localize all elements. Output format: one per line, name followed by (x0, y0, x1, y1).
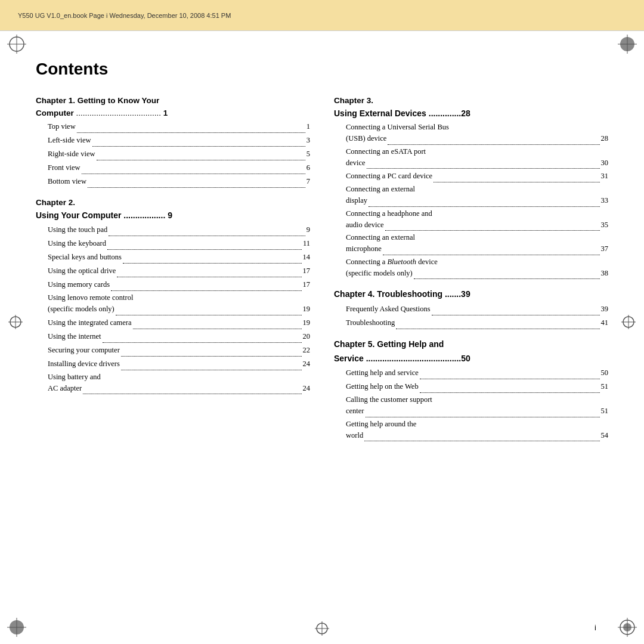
ch5-entry-customersupport: Calling the customer support center 51 (334, 394, 608, 419)
ch3-entry-pccard: Connecting a PC card device 31 (334, 170, 608, 184)
toc-container: Chapter 1. Getting to Know Your Computer… (36, 95, 608, 451)
ch2-entry-specialkeys: Special keys and buttons 14 (36, 251, 310, 265)
page-title: Contents (36, 60, 608, 79)
ch4-entry-troubleshooting: Troubleshooting 41 (334, 317, 608, 330)
side-mark-right (620, 314, 637, 330)
page-number: i (595, 623, 596, 632)
ch2-entry-touchpad: Using the touch pad 9 (36, 224, 310, 237)
ch2-entry-memorycards: Using memory cards 17 (36, 278, 310, 292)
corner-mark-bl (6, 617, 27, 638)
page: Y550 UG V1.0_en.book Page i Wednesday, D… (0, 0, 644, 644)
content-area: Contents Chapter 1. Getting to Know Your… (36, 60, 608, 608)
chapter3-group: Chapter 3. Using External Devices ......… (334, 95, 608, 280)
chapter5-heading1: Chapter 5. Getting Help and (334, 339, 608, 351)
chapter2-heading2: Using Your Computer .................. 9 (36, 210, 310, 222)
side-mark-left (7, 314, 24, 330)
ch2-entry-keyboard: Using the keyboard 11 (36, 237, 310, 251)
header-bar: Y550 UG V1.0_en.book Page i Wednesday, D… (0, 0, 644, 31)
ch5-entry-helparound: Getting help around the world 54 (334, 419, 608, 443)
ch1-entry-rightview: Right-side view 5 (36, 148, 310, 162)
chapter3-heading1: Chapter 3. (334, 95, 608, 107)
toc-right-column: Chapter 3. Using External Devices ......… (334, 95, 608, 451)
corner-mark-tl (6, 33, 27, 55)
chapter2-heading1: Chapter 2. (36, 197, 310, 209)
chapter1-heading2: Computer ...............................… (36, 108, 310, 119)
ch1-entry-bottomview: Bottom view 7 (36, 175, 310, 189)
ch2-entry-opticaldrive: Using the optical drive 17 (36, 265, 310, 278)
chapter4-group: Chapter 4. Troubleshooting .......39 Fre… (334, 289, 608, 330)
header-text: Y550 UG V1.0_en.book Page i Wednesday, D… (18, 12, 231, 19)
ch2-entry-lenovo: Using lenovo remote control (specific mo… (36, 292, 310, 317)
ch2-entry-securing: Securing your computer 22 (36, 344, 310, 358)
ch3-entry-bluetooth: Connecting a Bluetooth device (specific … (334, 256, 608, 281)
ch1-entry-topview: Top view 1 (36, 120, 310, 134)
ch2-entry-battery: Using battery and AC adapter 24 (36, 371, 310, 396)
ch2-entry-internet: Using the internet 20 (36, 330, 310, 344)
corner-mark-tr (617, 33, 638, 55)
ch1-entry-frontview: Front view 6 (36, 162, 310, 175)
ch3-entry-esata: Connecting an eSATA port device 30 (334, 146, 608, 171)
ch3-entry-headphone: Connecting a headphone and audio device … (334, 208, 608, 233)
chapter2-group: Chapter 2. Using Your Computer .........… (36, 197, 310, 395)
corner-mark-br (617, 617, 638, 638)
ch5-entry-gettinghelp: Getting help and service 50 (334, 367, 608, 380)
ch3-entry-microphone: Connecting an external microphone 37 (334, 232, 608, 256)
ch2-entry-camera: Using the integrated camera 19 (36, 317, 310, 330)
ch5-entry-helpweb: Getting help on the Web 51 (334, 380, 608, 394)
chapter1-group: Chapter 1. Getting to Know Your Computer… (36, 95, 310, 189)
ch3-entry-usb: Connecting a Universal Serial Bus (USB) … (334, 122, 608, 146)
side-mark-bottom (314, 620, 330, 637)
ch3-entry-display: Connecting an external display 33 (334, 184, 608, 208)
ch4-entry-faq: Frequently Asked Questions 39 (334, 303, 608, 317)
chapter4-heading: Chapter 4. Troubleshooting .......39 (334, 289, 608, 301)
toc-left-column: Chapter 1. Getting to Know Your Computer… (36, 95, 310, 451)
chapter1-heading1: Chapter 1. Getting to Know Your (36, 95, 310, 107)
ch1-entry-leftview: Left-side view 3 (36, 134, 310, 148)
chapter3-heading2: Using External Devices ..............28 (334, 108, 608, 120)
ch2-entry-drivers: Installing device drivers 24 (36, 358, 310, 371)
chapter5-heading2: Service ................................… (334, 353, 608, 365)
chapter5-group: Chapter 5. Getting Help and Service ....… (334, 339, 608, 442)
